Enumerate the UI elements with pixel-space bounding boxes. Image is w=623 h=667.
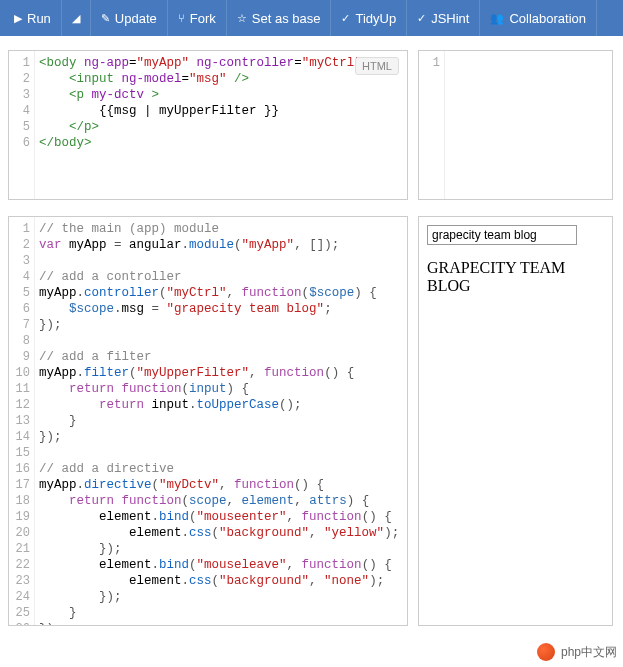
watermark: php中文网 bbox=[537, 643, 617, 661]
html-badge: HTML bbox=[355, 57, 399, 75]
tidyup-label: TidyUp bbox=[355, 11, 396, 26]
panels-area: HTML 1 2 3 4 5 6 <body ng-app="myApp" ng… bbox=[0, 36, 623, 635]
set-as-base-button[interactable]: ☆Set as base bbox=[227, 0, 332, 36]
js-editor-panel[interactable]: 1 2 3 4 5 6 7 8 9 10 11 12 13 14 15 16 1… bbox=[8, 216, 408, 626]
set-as-base-label: Set as base bbox=[252, 11, 321, 26]
tidyup-button[interactable]: ✓TidyUp bbox=[331, 0, 407, 36]
play-icon: ▶ bbox=[14, 12, 22, 25]
collaboration-label: Collaboration bbox=[509, 11, 586, 26]
bars-icon: ◢ bbox=[72, 12, 80, 25]
html-code[interactable]: <body ng-app="myApp" ng-controller="myCt… bbox=[35, 51, 407, 151]
people-icon: 👥 bbox=[490, 12, 504, 25]
update-label: Update bbox=[115, 11, 157, 26]
star-icon: ☆ bbox=[237, 12, 247, 25]
pencil-icon: ✎ bbox=[101, 12, 110, 25]
watermark-text: php中文网 bbox=[561, 644, 617, 661]
jshint-label: JSHint bbox=[431, 11, 469, 26]
js-code[interactable]: // the main (app) module var myApp = ang… bbox=[35, 217, 407, 626]
css-gutter: 1 bbox=[419, 51, 445, 199]
js-gutter: 1 2 3 4 5 6 7 8 9 10 11 12 13 14 15 16 1… bbox=[9, 217, 35, 625]
check-icon: ✓ bbox=[417, 12, 426, 25]
fork-icon: ⑂ bbox=[178, 12, 185, 24]
stats-button[interactable]: ◢ bbox=[62, 0, 91, 36]
update-button[interactable]: ✎Update bbox=[91, 0, 168, 36]
result-output: GRAPECITY TEAM BLOG bbox=[427, 259, 604, 295]
jshint-button[interactable]: ✓JSHint bbox=[407, 0, 480, 36]
watermark-logo-icon bbox=[537, 643, 555, 661]
collaboration-button[interactable]: 👥Collaboration bbox=[480, 0, 597, 36]
check-icon: ✓ bbox=[341, 12, 350, 25]
result-panel: GRAPECITY TEAM BLOG bbox=[418, 216, 613, 626]
fork-button[interactable]: ⑂Fork bbox=[168, 0, 227, 36]
css-code[interactable] bbox=[445, 51, 612, 55]
html-gutter: 1 2 3 4 5 6 bbox=[9, 51, 35, 199]
css-editor-panel[interactable]: 1 bbox=[418, 50, 613, 200]
html-editor-panel[interactable]: HTML 1 2 3 4 5 6 <body ng-app="myApp" ng… bbox=[8, 50, 408, 200]
fork-label: Fork bbox=[190, 11, 216, 26]
result-input[interactable] bbox=[427, 225, 577, 245]
toolbar: ▶Run ◢ ✎Update ⑂Fork ☆Set as base ✓TidyU… bbox=[0, 0, 623, 36]
run-button[interactable]: ▶Run bbox=[4, 0, 62, 36]
run-label: Run bbox=[27, 11, 51, 26]
